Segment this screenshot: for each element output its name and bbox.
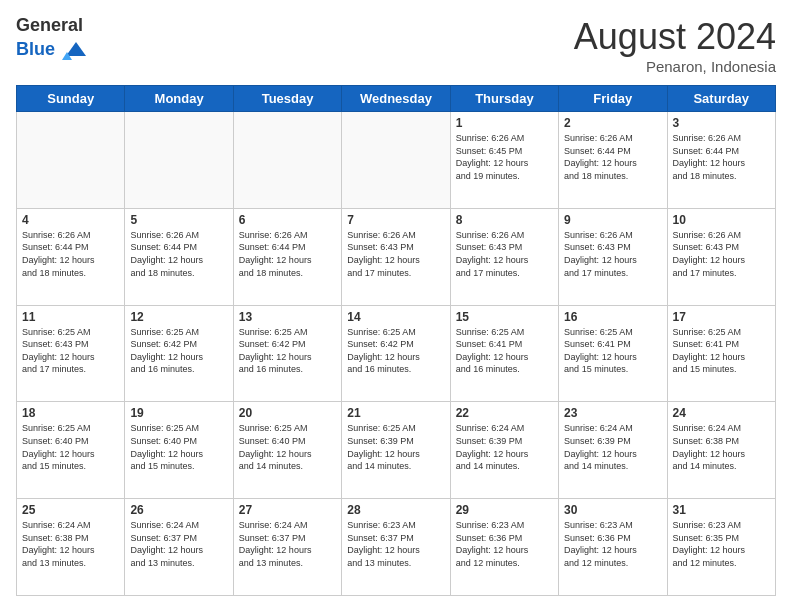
calendar-week-row: 25Sunrise: 6:24 AM Sunset: 6:38 PM Dayli… [17,499,776,596]
day-number: 26 [130,503,227,517]
day-number: 22 [456,406,553,420]
day-info: Sunrise: 6:25 AM Sunset: 6:42 PM Dayligh… [239,326,336,376]
day-number: 14 [347,310,444,324]
day-number: 31 [673,503,770,517]
calendar-cell [125,112,233,209]
calendar-cell: 31Sunrise: 6:23 AM Sunset: 6:35 PM Dayli… [667,499,775,596]
svg-marker-0 [66,42,86,56]
calendar-cell: 16Sunrise: 6:25 AM Sunset: 6:41 PM Dayli… [559,305,667,402]
calendar-cell: 7Sunrise: 6:26 AM Sunset: 6:43 PM Daylig… [342,208,450,305]
logo-blue-word: Blue [16,39,55,59]
col-friday: Friday [559,86,667,112]
day-number: 18 [22,406,119,420]
day-info: Sunrise: 6:25 AM Sunset: 6:42 PM Dayligh… [130,326,227,376]
calendar-cell: 3Sunrise: 6:26 AM Sunset: 6:44 PM Daylig… [667,112,775,209]
calendar-cell: 27Sunrise: 6:24 AM Sunset: 6:37 PM Dayli… [233,499,341,596]
calendar-table: Sunday Monday Tuesday Wednesday Thursday… [16,85,776,596]
day-number: 27 [239,503,336,517]
day-info: Sunrise: 6:26 AM Sunset: 6:44 PM Dayligh… [673,132,770,182]
col-monday: Monday [125,86,233,112]
calendar-cell: 30Sunrise: 6:23 AM Sunset: 6:36 PM Dayli… [559,499,667,596]
day-number: 11 [22,310,119,324]
day-info: Sunrise: 6:25 AM Sunset: 6:41 PM Dayligh… [456,326,553,376]
day-number: 6 [239,213,336,227]
calendar-cell [17,112,125,209]
day-info: Sunrise: 6:26 AM Sunset: 6:44 PM Dayligh… [239,229,336,279]
calendar-cell: 1Sunrise: 6:26 AM Sunset: 6:45 PM Daylig… [450,112,558,209]
page: General Blue August 2024 Penaron, Indone… [0,0,792,612]
calendar-week-row: 18Sunrise: 6:25 AM Sunset: 6:40 PM Dayli… [17,402,776,499]
day-number: 9 [564,213,661,227]
calendar-cell: 19Sunrise: 6:25 AM Sunset: 6:40 PM Dayli… [125,402,233,499]
day-number: 25 [22,503,119,517]
calendar-cell: 5Sunrise: 6:26 AM Sunset: 6:44 PM Daylig… [125,208,233,305]
day-number: 21 [347,406,444,420]
location: Penaron, Indonesia [574,58,776,75]
month-year: August 2024 [574,16,776,58]
calendar-cell: 23Sunrise: 6:24 AM Sunset: 6:39 PM Dayli… [559,402,667,499]
day-number: 16 [564,310,661,324]
day-number: 8 [456,213,553,227]
day-info: Sunrise: 6:26 AM Sunset: 6:43 PM Dayligh… [564,229,661,279]
calendar-cell: 17Sunrise: 6:25 AM Sunset: 6:41 PM Dayli… [667,305,775,402]
day-info: Sunrise: 6:25 AM Sunset: 6:41 PM Dayligh… [564,326,661,376]
day-number: 13 [239,310,336,324]
day-number: 24 [673,406,770,420]
logo: General Blue [16,16,90,64]
day-number: 1 [456,116,553,130]
calendar-cell: 15Sunrise: 6:25 AM Sunset: 6:41 PM Dayli… [450,305,558,402]
day-number: 5 [130,213,227,227]
col-saturday: Saturday [667,86,775,112]
day-number: 30 [564,503,661,517]
calendar-cell [233,112,341,209]
day-info: Sunrise: 6:23 AM Sunset: 6:35 PM Dayligh… [673,519,770,569]
calendar-cell: 2Sunrise: 6:26 AM Sunset: 6:44 PM Daylig… [559,112,667,209]
day-number: 2 [564,116,661,130]
calendar-cell: 28Sunrise: 6:23 AM Sunset: 6:37 PM Dayli… [342,499,450,596]
day-number: 28 [347,503,444,517]
calendar-cell: 29Sunrise: 6:23 AM Sunset: 6:36 PM Dayli… [450,499,558,596]
day-number: 19 [130,406,227,420]
day-info: Sunrise: 6:24 AM Sunset: 6:39 PM Dayligh… [564,422,661,472]
day-info: Sunrise: 6:26 AM Sunset: 6:43 PM Dayligh… [347,229,444,279]
day-info: Sunrise: 6:25 AM Sunset: 6:41 PM Dayligh… [673,326,770,376]
calendar-week-row: 11Sunrise: 6:25 AM Sunset: 6:43 PM Dayli… [17,305,776,402]
day-number: 15 [456,310,553,324]
calendar-cell: 8Sunrise: 6:26 AM Sunset: 6:43 PM Daylig… [450,208,558,305]
day-info: Sunrise: 6:26 AM Sunset: 6:43 PM Dayligh… [456,229,553,279]
day-info: Sunrise: 6:24 AM Sunset: 6:38 PM Dayligh… [673,422,770,472]
calendar-cell: 6Sunrise: 6:26 AM Sunset: 6:44 PM Daylig… [233,208,341,305]
day-number: 17 [673,310,770,324]
col-thursday: Thursday [450,86,558,112]
col-tuesday: Tuesday [233,86,341,112]
day-info: Sunrise: 6:25 AM Sunset: 6:43 PM Dayligh… [22,326,119,376]
calendar-week-row: 1Sunrise: 6:26 AM Sunset: 6:45 PM Daylig… [17,112,776,209]
calendar-cell: 21Sunrise: 6:25 AM Sunset: 6:39 PM Dayli… [342,402,450,499]
day-info: Sunrise: 6:25 AM Sunset: 6:40 PM Dayligh… [22,422,119,472]
calendar-cell: 9Sunrise: 6:26 AM Sunset: 6:43 PM Daylig… [559,208,667,305]
calendar-cell: 26Sunrise: 6:24 AM Sunset: 6:37 PM Dayli… [125,499,233,596]
calendar-cell: 20Sunrise: 6:25 AM Sunset: 6:40 PM Dayli… [233,402,341,499]
day-info: Sunrise: 6:24 AM Sunset: 6:37 PM Dayligh… [239,519,336,569]
day-info: Sunrise: 6:24 AM Sunset: 6:38 PM Dayligh… [22,519,119,569]
calendar-cell: 12Sunrise: 6:25 AM Sunset: 6:42 PM Dayli… [125,305,233,402]
day-info: Sunrise: 6:23 AM Sunset: 6:37 PM Dayligh… [347,519,444,569]
calendar-cell: 22Sunrise: 6:24 AM Sunset: 6:39 PM Dayli… [450,402,558,499]
day-info: Sunrise: 6:26 AM Sunset: 6:44 PM Dayligh… [22,229,119,279]
logo-general-text: General [16,15,83,35]
day-number: 7 [347,213,444,227]
day-number: 10 [673,213,770,227]
calendar-cell: 14Sunrise: 6:25 AM Sunset: 6:42 PM Dayli… [342,305,450,402]
day-number: 12 [130,310,227,324]
day-info: Sunrise: 6:24 AM Sunset: 6:39 PM Dayligh… [456,422,553,472]
day-info: Sunrise: 6:25 AM Sunset: 6:39 PM Dayligh… [347,422,444,472]
day-info: Sunrise: 6:23 AM Sunset: 6:36 PM Dayligh… [456,519,553,569]
title-block: August 2024 Penaron, Indonesia [574,16,776,75]
day-number: 4 [22,213,119,227]
col-sunday: Sunday [17,86,125,112]
day-info: Sunrise: 6:24 AM Sunset: 6:37 PM Dayligh… [130,519,227,569]
day-info: Sunrise: 6:26 AM Sunset: 6:43 PM Dayligh… [673,229,770,279]
day-number: 3 [673,116,770,130]
calendar-cell: 4Sunrise: 6:26 AM Sunset: 6:44 PM Daylig… [17,208,125,305]
calendar-header-row: Sunday Monday Tuesday Wednesday Thursday… [17,86,776,112]
